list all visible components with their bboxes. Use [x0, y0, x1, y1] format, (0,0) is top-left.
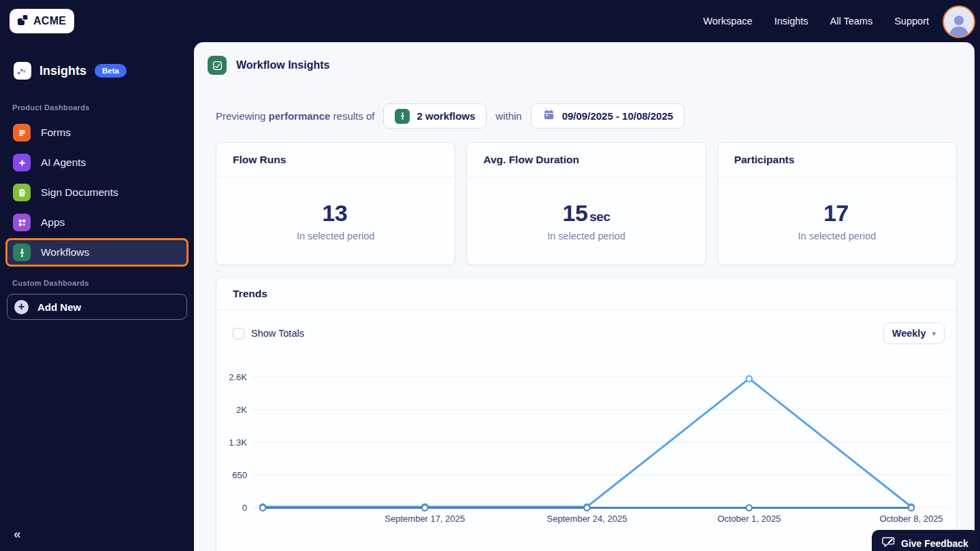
show-totals-checkbox[interactable]: [233, 328, 244, 339]
ai-agents-icon: [13, 154, 31, 171]
sidebar-item-label: AI Agents: [41, 156, 86, 169]
insights-app-icon: [14, 62, 31, 80]
main-content: Workflow Insights Previewing performance…: [194, 42, 975, 551]
collapse-sidebar-button[interactable]: «: [14, 527, 21, 541]
sidebar-item-ai-agents[interactable]: AI Agents: [5, 148, 189, 177]
sign-documents-icon: [13, 184, 31, 201]
filter-bar: Previewing performance results of 2 work…: [216, 103, 957, 129]
give-feedback-button[interactable]: Give Feedback: [872, 530, 979, 551]
sidebar-item-label: Sign Documents: [41, 186, 118, 199]
sidebar: Insights Beta Product Dashboards Forms A…: [0, 42, 194, 551]
data-point: [909, 505, 914, 510]
forms-icon: [13, 124, 31, 141]
filter-description: Previewing performance results of: [216, 110, 374, 122]
sidebar-item-sign-documents[interactable]: Sign Documents: [5, 178, 189, 207]
sidebar-item-workflows[interactable]: Workflows: [5, 238, 189, 267]
within-label: within: [495, 110, 521, 122]
calendar-icon: [542, 108, 555, 124]
stat-value: 17: [823, 200, 849, 226]
person-icon: [947, 12, 970, 37]
y-axis-tick: 2.6K: [229, 372, 247, 382]
stat-subtitle: In selected period: [297, 231, 374, 241]
stat-subtitle: In selected period: [547, 231, 625, 241]
data-point: [422, 505, 427, 510]
sidebar-item-apps[interactable]: Apps: [5, 208, 189, 237]
stat-subtitle: In selected period: [798, 231, 876, 241]
sidebar-header: Insights Beta: [14, 61, 194, 80]
y-axis-tick: 0: [242, 503, 247, 513]
plus-icon: +: [14, 300, 29, 314]
stat-card-title: Avg. Flow Duration: [483, 154, 579, 166]
nav-workspace[interactable]: Workspace: [703, 16, 752, 27]
show-totals-toggle[interactable]: Show Totals: [233, 328, 304, 339]
sidebar-title: Insights: [39, 64, 86, 78]
feedback-label: Give Feedback: [901, 538, 968, 549]
show-totals-label: Show Totals: [251, 328, 304, 339]
stat-card-title: Participants: [734, 154, 795, 166]
section-label-custom-dashboards: Custom Dashboards: [12, 279, 194, 287]
trend-line-series-1: [263, 379, 911, 507]
workflows-icon: [13, 244, 31, 261]
add-new-label: Add New: [37, 301, 81, 313]
workflow-icon: [395, 109, 410, 124]
add-new-button[interactable]: + Add New: [7, 294, 187, 320]
beta-badge: Beta: [95, 64, 127, 78]
sidebar-item-label: Forms: [41, 127, 71, 139]
data-point: [260, 505, 265, 510]
stat-unit: sec: [589, 210, 610, 224]
data-point: [584, 504, 589, 510]
x-axis-label: September 17, 2025: [385, 514, 465, 524]
apps-icon: [13, 214, 31, 231]
top-navigation: Workspace Insights All Teams Support: [703, 0, 929, 42]
stat-value: 15: [562, 200, 587, 226]
x-axis-label: October 1, 2025: [717, 514, 781, 524]
data-point: [422, 504, 427, 510]
section-label-product-dashboards: Product Dashboards: [12, 103, 194, 112]
stat-cards-row: Flow Runs 13 In selected period Avg. Flo…: [216, 142, 957, 265]
stat-value: 13: [322, 200, 347, 226]
data-point: [747, 375, 752, 381]
trends-card: Trends Show Totals Weekly ▾ 06501.3K2K2.…: [216, 277, 957, 551]
period-select[interactable]: Weekly ▾: [883, 322, 945, 344]
page-header: Workflow Insights: [208, 56, 975, 75]
data-point: [584, 505, 589, 510]
stat-card-avg-flow-duration: Avg. Flow Duration 15sec In selected per…: [466, 142, 706, 265]
nav-insights[interactable]: Insights: [774, 16, 808, 27]
data-point: [260, 504, 265, 510]
workflow-insights-icon: [208, 56, 227, 75]
y-axis-tick: 2K: [236, 405, 247, 415]
top-bar: ACME Workspace Insights All Teams Suppor…: [0, 0, 980, 42]
user-avatar[interactable]: [943, 5, 975, 38]
period-select-value: Weekly: [892, 328, 926, 339]
sidebar-item-label: Workflows: [41, 246, 89, 258]
workflows-filter-label: 2 workflows: [416, 110, 475, 122]
sidebar-item-forms[interactable]: Forms: [5, 118, 189, 147]
y-axis-tick: 650: [232, 470, 247, 480]
nav-support[interactable]: Support: [894, 16, 929, 27]
y-axis-tick: 1.3K: [229, 437, 247, 448]
brand-name: ACME: [33, 15, 66, 27]
x-axis-label: September 24, 2025: [547, 514, 627, 524]
nav-all-teams[interactable]: All Teams: [830, 16, 873, 27]
data-point: [909, 504, 914, 510]
feedback-icon: [882, 537, 895, 551]
x-axis-label: October 8, 2025: [879, 514, 943, 524]
trends-title: Trends: [233, 288, 267, 300]
page-title: Workflow Insights: [236, 59, 329, 71]
stat-card-participants: Participants 17 In selected period: [717, 142, 957, 265]
sidebar-item-label: Apps: [41, 216, 65, 229]
chevron-down-icon: ▾: [932, 329, 936, 338]
data-point: [747, 505, 752, 510]
stat-card-flow-runs: Flow Runs 13 In selected period: [216, 142, 455, 265]
stat-card-title: Flow Runs: [233, 154, 286, 166]
date-range-button[interactable]: 09/09/2025 - 10/08/2025: [531, 103, 685, 129]
workflows-filter-button[interactable]: 2 workflows: [383, 103, 487, 129]
acme-logo[interactable]: ACME: [10, 9, 74, 33]
date-range-label: 09/09/2025 - 10/08/2025: [562, 110, 673, 122]
chevrons-left-icon: «: [14, 527, 21, 541]
acme-logo-icon: [16, 14, 29, 29]
sidebar-items: Forms AI Agents Sign Documents Apps Work…: [0, 118, 194, 267]
